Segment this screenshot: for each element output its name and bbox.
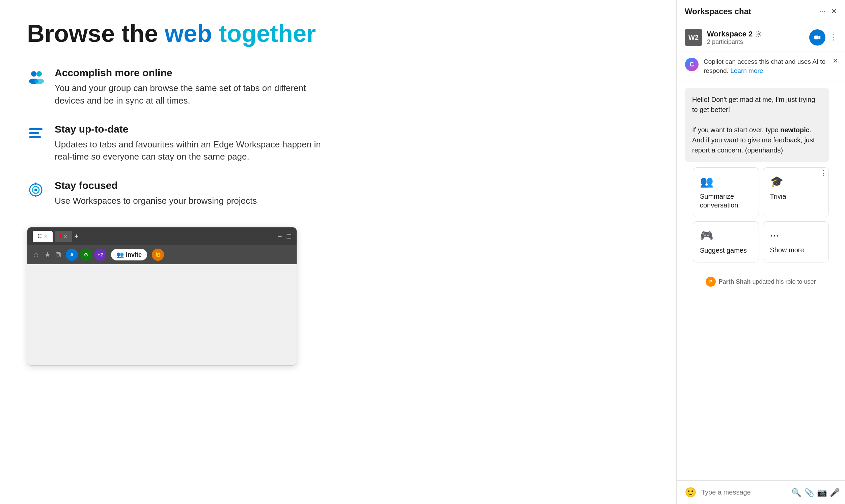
parth-avatar: P <box>706 277 716 287</box>
workspace-right: ⋮ <box>809 29 837 46</box>
chat-input-bar: 🙂 🔍 📎 📷 🎤 <box>677 480 845 504</box>
feature-uptodate-desc: Updates to tabs and favourites within an… <box>55 138 331 163</box>
action-card-show-more[interactable]: ··· Show more <box>763 221 829 263</box>
feature-focused-title: Stay focused <box>55 180 257 191</box>
hero-title-blue: web <box>165 20 212 47</box>
hero-title: Browse the web together <box>27 20 649 47</box>
tab-active[interactable]: C ✕ <box>33 231 53 242</box>
star-icon[interactable]: ☆ <box>33 250 39 259</box>
svg-point-12 <box>758 33 760 35</box>
feature-item-uptodate: Stay up-to-date Updates to tabs and favo… <box>27 124 649 163</box>
focused-icon <box>27 181 44 199</box>
browser-controls: − □ <box>278 232 291 241</box>
feature-accomplish-title: Accomplish more online <box>55 67 331 78</box>
camera-icon[interactable]: 📷 <box>817 488 827 497</box>
more-options-button[interactable]: ··· <box>819 7 825 16</box>
workspace-info: W2 Workspace 2 2 participants ⋮ <box>677 23 845 52</box>
copilot-learn-more-link[interactable]: Learn more <box>730 67 763 74</box>
svg-point-1 <box>36 71 42 76</box>
message-para2: If you want to start over, type newtopic… <box>692 125 822 155</box>
suggest-games-icon: 🎮 <box>700 229 752 242</box>
avatar-plus: +2 <box>94 249 106 261</box>
tab-close-icon[interactable]: ✕ <box>44 234 48 239</box>
workspace-name: Workspace 2 <box>707 30 762 38</box>
avatar-row: A G +2 <box>66 249 106 261</box>
copilot-banner: C Copilot can access this chat and uses … <box>677 52 845 81</box>
feature-accomplish-text: Accomplish more online You and your grou… <box>55 67 331 107</box>
copilot-icon: C <box>685 57 699 72</box>
chat-panel-title: Workspaces chat <box>685 7 751 16</box>
trivia-label: Trivia <box>770 192 822 201</box>
hero-title-plain: Browse the <box>27 20 165 47</box>
svg-text:C: C <box>690 61 694 68</box>
feature-uptodate-text: Stay up-to-date Updates to tabs and favo… <box>55 124 331 163</box>
feature-focused-text: Stay focused Use Workspaces to organise … <box>55 180 257 207</box>
feature-uptodate-title: Stay up-to-date <box>55 124 331 135</box>
tab-inactive[interactable]: ! ✕ <box>55 231 72 242</box>
feature-focused-desc: Use Workspaces to organise your browsing… <box>55 195 257 207</box>
tab-bar: C ✕ ! ✕ + <box>33 231 274 242</box>
svg-rect-5 <box>29 132 39 134</box>
main-content: Browse the web together Accomplish more … <box>0 0 676 504</box>
system-message: P Parth Shah updated his role to user <box>685 273 837 290</box>
attach-icon[interactable]: 📎 <box>804 488 814 497</box>
action-card-suggest-games[interactable]: 🎮 Suggest games <box>693 221 759 263</box>
tab2-icon: ! <box>59 233 61 240</box>
workspace-left: W2 Workspace 2 2 participants <box>685 29 762 46</box>
browser-toolbar: C ✕ ! ✕ + − □ <box>27 227 296 245</box>
close-button[interactable]: ✕ <box>831 7 837 16</box>
browser-mockup: C ✕ ! ✕ + − □ ☆ ★ ⧉ A G +2 <box>27 227 297 366</box>
search-icon[interactable]: 🔍 <box>791 488 802 497</box>
maximize-icon[interactable]: □ <box>287 232 291 241</box>
message-input[interactable] <box>701 488 787 496</box>
accomplish-icon <box>27 69 44 86</box>
invite-button[interactable]: 👥 Invite <box>111 249 147 260</box>
chat-header-icons: ··· ✕ <box>819 7 837 16</box>
bookmark-icon[interactable]: ★ <box>44 250 51 259</box>
copilot-close-button[interactable]: ✕ <box>832 57 838 65</box>
avatar-2: G <box>80 249 92 261</box>
suggest-games-label: Suggest games <box>700 246 752 255</box>
svg-rect-6 <box>29 136 41 138</box>
uptodate-icon <box>27 125 44 142</box>
emoji-button[interactable]: 🙂 <box>685 487 697 498</box>
action-card-trivia[interactable]: 🎓 Trivia <box>763 167 829 217</box>
hero-title-teal: together <box>219 20 316 47</box>
svg-point-0 <box>31 71 36 76</box>
svg-rect-4 <box>29 128 42 130</box>
svg-point-3 <box>34 78 44 84</box>
keyword-newtopic: newtopic <box>780 126 810 133</box>
feature-list: Accomplish more online You and your grou… <box>27 67 649 207</box>
summarize-icon: 👥 <box>700 175 752 188</box>
message-para1: Hello! Don't get mad at me, I'm just try… <box>692 94 822 115</box>
feature-accomplish-desc: You and your group can browse the same s… <box>55 82 331 107</box>
tab-label: C <box>37 233 42 240</box>
tab-add-button[interactable]: + <box>74 232 79 241</box>
workspace-participants: 2 participants <box>707 38 762 46</box>
workspace-more-button[interactable]: ⋮ <box>829 33 837 42</box>
action-card-summarize[interactable]: 👥 Summarize conversation <box>693 167 759 217</box>
invite-icon: 👥 <box>116 251 124 258</box>
input-actions: 🔍 📎 📷 🎤 <box>791 488 840 497</box>
system-message-text: Parth Shah updated his role to user <box>718 278 816 285</box>
browser-nav: ☆ ★ ⧉ A G +2 👥 Invite 🐱 <box>27 245 296 264</box>
message-bubble: Hello! Don't get mad at me, I'm just try… <box>685 88 829 162</box>
tab2-close-icon[interactable]: ✕ <box>64 234 68 239</box>
cards-more-button[interactable]: ⋮ <box>820 169 827 177</box>
invite-label: Invite <box>126 251 142 258</box>
show-more-label: Show more <box>770 246 822 254</box>
browser-body <box>27 264 296 365</box>
chat-header: Workspaces chat ··· ✕ <box>677 0 845 23</box>
svg-point-9 <box>34 188 37 191</box>
workspace-avatar: W2 <box>685 29 702 46</box>
avatar-user: 🐱 <box>152 249 164 261</box>
show-more-icon: ··· <box>770 229 822 241</box>
mic-icon[interactable]: 🎤 <box>830 488 840 497</box>
video-call-button[interactable] <box>809 29 825 46</box>
feature-item-accomplish: Accomplish more online You and your grou… <box>27 67 649 107</box>
svg-rect-13 <box>814 36 819 39</box>
minimize-icon[interactable]: − <box>278 232 282 241</box>
settings-icon[interactable] <box>755 31 762 37</box>
copy-icon[interactable]: ⧉ <box>56 250 61 259</box>
summarize-label: Summarize conversation <box>700 192 752 210</box>
